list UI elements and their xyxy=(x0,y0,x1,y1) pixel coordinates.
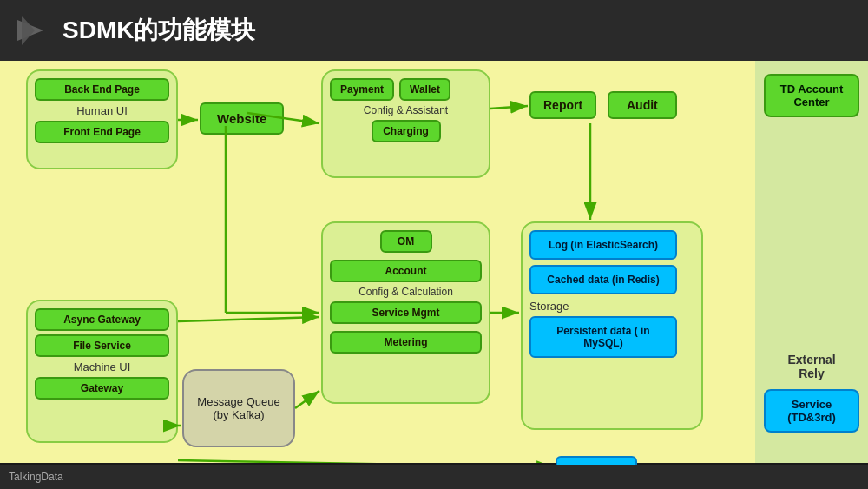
machine-ui-label: Machine UI xyxy=(35,360,169,373)
svg-line-11 xyxy=(178,317,319,321)
log-button[interactable]: Log (in ElasticSearch) xyxy=(529,230,677,260)
async-gateway-button[interactable]: Async Gateway xyxy=(35,308,169,331)
charging-button[interactable]: Charging xyxy=(372,120,441,142)
gateway-button[interactable]: Gateway xyxy=(35,377,169,400)
config-calculation-label: Config & Calculation xyxy=(330,286,482,298)
td-account-center-button[interactable]: TD Account Center xyxy=(764,74,859,117)
service-mgmt-button[interactable]: Service Mgmt xyxy=(330,301,482,324)
front-end-page-button[interactable]: Front End Page xyxy=(35,121,169,143)
svg-marker-1 xyxy=(22,16,35,45)
brand-label: TalkingData xyxy=(9,471,63,483)
human-ui-label: Human UI xyxy=(35,104,169,117)
metering-button[interactable]: Metering xyxy=(330,331,482,354)
page-title: SDMK的功能模块 xyxy=(62,14,255,47)
message-queue-box: Message Queue (by Kafka) xyxy=(182,369,295,447)
svg-line-12 xyxy=(295,391,319,408)
svg-line-14 xyxy=(178,460,554,463)
diagram-area: Back End Page Human UI Front End Page We… xyxy=(0,61,755,463)
external-rely-text: ExternalRely xyxy=(787,353,835,380)
footer: TalkingData xyxy=(0,465,868,489)
config-calculation-group: OM Account Config & Calculation Service … xyxy=(321,221,490,404)
payment-button[interactable]: Payment xyxy=(330,78,394,101)
persistent-data-button[interactable]: Persistent data ( in MySQL) xyxy=(529,316,677,358)
right-sidebar: TD Account Center ExternalRely Service (… xyxy=(755,61,868,463)
audit-button[interactable]: Audit xyxy=(608,91,677,119)
back-end-page-button[interactable]: Back End Page xyxy=(35,78,169,101)
report-button[interactable]: Report xyxy=(529,91,596,119)
service-td3rd-button[interactable]: Service (TD&3rd) xyxy=(764,389,859,433)
account-button[interactable]: Account xyxy=(330,260,482,282)
machine-ui-group: Async Gateway File Service Machine UI Ga… xyxy=(26,300,178,443)
storage-label: Storage xyxy=(529,300,694,313)
config-assistant-group: Payment Wallet Config & Assistant Chargi… xyxy=(321,69,490,178)
logo-icon xyxy=(17,16,52,46)
message-queue-label: Message Queue (by Kafka) xyxy=(197,395,279,421)
wallet-button[interactable]: Wallet xyxy=(399,78,450,101)
cached-data-button[interactable]: Cached data (in Redis) xyxy=(529,265,677,294)
om-button[interactable]: OM xyxy=(380,230,432,253)
config-assistant-label: Config & Assistant xyxy=(330,104,482,116)
header: SDMK的功能模块 xyxy=(0,0,868,61)
file-service-button[interactable]: File Service xyxy=(35,334,169,357)
storage-group: Log (in ElasticSearch) Cached data (in R… xyxy=(521,221,703,430)
website-button[interactable]: Website xyxy=(200,102,284,135)
human-ui-group: Back End Page Human UI Front End Page xyxy=(26,69,178,169)
svg-line-6 xyxy=(490,106,528,109)
